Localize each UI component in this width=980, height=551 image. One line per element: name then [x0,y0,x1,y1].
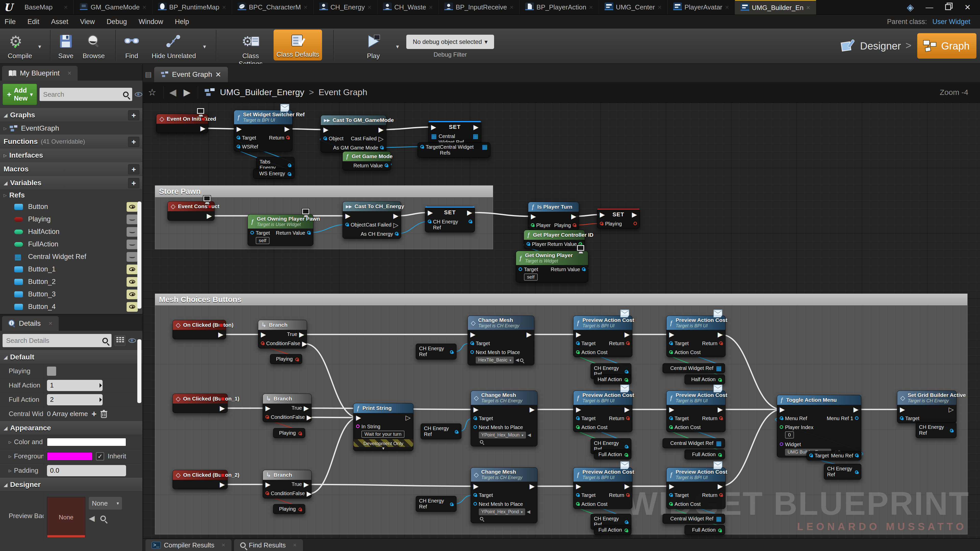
add-macro-button[interactable]: + [128,164,139,175]
data-pin[interactable] [669,341,673,345]
exec-pin[interactable]: ▶ [307,491,312,497]
default-section-header[interactable]: ◢ Default [0,350,142,364]
add-variable-button[interactable]: + [128,178,139,188]
add-array-element-button[interactable]: + [91,409,97,419]
details-search-input[interactable] [3,334,111,347]
compile-options-caret[interactable]: ▾ [38,43,41,50]
exec-pin[interactable]: ▶ [718,407,723,413]
exec-pin[interactable]: ▶ [345,213,350,219]
data-pin[interactable] [519,267,522,271]
data-pin[interactable] [286,136,290,139]
full-action-input[interactable] [47,394,103,405]
pin-value-box[interactable]: self [524,273,538,281]
data-pin[interactable] [626,493,630,497]
play-button[interactable]: Play [360,30,387,60]
forward-icon[interactable]: ▶ [183,87,191,98]
data-pin[interactable] [780,442,783,446]
eye-open-icon[interactable] [127,302,138,312]
data-pin[interactable] [266,491,269,495]
comment-title[interactable]: Mesh Choices Buttons [155,294,967,305]
node-get-game-mode[interactable]: ƒGet Game ModeReturn Value [342,151,391,170]
exec-pin[interactable]: ▶ [220,481,225,487]
data-pin[interactable] [669,502,673,506]
exec-pin[interactable]: ▷ [406,414,410,421]
refs-category[interactable]: ▷ Refs [0,190,142,200]
exec-pin[interactable]: ▶ [625,483,630,489]
data-pin[interactable] [450,503,453,506]
add-function-button[interactable]: + [128,137,139,147]
data-pin[interactable] [780,425,783,429]
exec-pin[interactable]: ▶ [220,405,225,411]
node-preview-action-cost[interactable]: ƒPreview Action CostTarget is BPI UI▶▶Ta… [667,467,725,509]
data-pin[interactable] [669,350,673,354]
node-preview-action-cost[interactable]: ƒPreview Action CostTarget is BPI UI▶▶Ta… [667,316,725,357]
playing-checkbox[interactable] [47,367,56,376]
hide-unrelated-caret[interactable]: ▾ [203,43,206,50]
asset-tab-bpc_characterm[interactable]: BPC_CharacterM✕ [232,0,313,14]
node-on-clicked-button-2-[interactable]: ◇On Clicked (Button_2)▶ [172,470,228,489]
data-pin[interactable] [576,416,579,420]
data-pin[interactable] [473,502,477,506]
exec-pin[interactable]: ▶ [379,127,383,133]
node-playing[interactable]: Playing [273,428,305,438]
asset-tab-playeravatar[interactable]: PlayerAvatar✕ [668,0,735,14]
find-button[interactable]: Find [119,30,144,60]
browse-icon[interactable] [520,359,523,362]
browse-icon[interactable] [480,517,483,520]
browse-icon[interactable] [480,440,483,443]
node-ch-energy-ref[interactable]: CH Energy Ref [416,344,457,359]
variable-fullaction[interactable]: FullAction [0,238,142,251]
use-selected-icon[interactable]: ◀ [515,357,519,362]
data-pin[interactable] [600,222,603,225]
breadcrumb-root[interactable]: UMG_Builder_Energy [220,87,304,97]
node-central-widget-ref[interactable]: Central Widget Ref▦ [662,514,725,524]
eye-open-icon[interactable] [127,277,138,287]
exec-pin[interactable]: ▶ [428,210,433,216]
node-on-clicked-button-1-[interactable]: ◇On Clicked (Button_1)▶ [172,394,228,413]
exec-pin[interactable]: ▶ [530,483,535,489]
exec-pin[interactable]: ▶ [467,210,472,216]
breadcrumb-current[interactable]: Event Graph [318,87,367,97]
exec-pin[interactable]: ▶ [473,124,479,130]
play-options-caret[interactable]: ▾ [396,43,399,50]
node-full-action[interactable]: Full Action [684,449,725,459]
class-settings-button[interactable]: ⚙ Class Settings [230,30,271,68]
variable-button_2[interactable]: Button_2 [0,275,142,288]
exec-pin[interactable]: ▶ [530,407,535,413]
node-full-action[interactable]: Full Action [684,525,725,535]
preview-background-thumbnail[interactable]: None [47,497,85,538]
appearance-section-header[interactable]: ◢ Appearance [0,421,142,435]
data-pin[interactable] [473,425,477,429]
macros-section-header[interactable]: Macros + [0,162,142,176]
menu-file[interactable]: File [5,18,16,26]
exec-pin[interactable]: ▶ [473,407,479,413]
data-pin[interactable] [718,378,722,382]
add-new-button[interactable]: +Add New▾ [3,84,37,105]
details-scrollbar[interactable] [137,339,142,403]
node-preview-action-cost[interactable]: ƒPreview Action CostTarget is BPI UI▶▶Ta… [573,316,632,357]
parent-class-value[interactable]: User Widget [932,18,970,25]
node-print-string[interactable]: ƒPrint String▶▷In StringWait for your tu… [353,403,414,451]
exec-pin[interactable]: ▶ [266,405,270,411]
use-selected-icon[interactable]: ◀ [528,432,531,437]
blueprint-scrollbar[interactable] [137,202,142,309]
data-pin[interactable] [780,416,783,420]
asset-tab-umg_center[interactable]: UMG_Center✕ [599,0,668,14]
blueprint-search-input[interactable] [40,88,132,101]
variables-section-header[interactable]: ◢ Variables + [0,176,142,190]
grid-pin[interactable]: ▦ [482,144,488,150]
node-set-widget-switcher-ref[interactable]: ƒSet Widget Switcher RefTarget is BPI UI… [234,110,293,151]
exec-pin[interactable]: ▶ [625,331,630,338]
exec-pin[interactable]: ▶ [632,211,637,218]
minimize-button[interactable]: — [926,3,933,12]
marketplace-icon[interactable]: ◈ [907,2,914,13]
inherit-checkbox[interactable]: ✓ [96,452,104,460]
asset-tab-bp_playeraction[interactable]: BP_PlayerAction✕ [520,0,599,14]
exec-pin[interactable]: ▷ [379,136,383,142]
eye-closed-icon[interactable] [127,214,138,224]
data-pin[interactable] [626,416,630,420]
data-pin[interactable] [420,145,424,148]
node-half-action[interactable]: Half Action [594,375,632,384]
node-ch-energy-ref[interactable]: CH Energy Ref [421,424,461,439]
pin-value-box[interactable]: 0 [785,431,794,438]
